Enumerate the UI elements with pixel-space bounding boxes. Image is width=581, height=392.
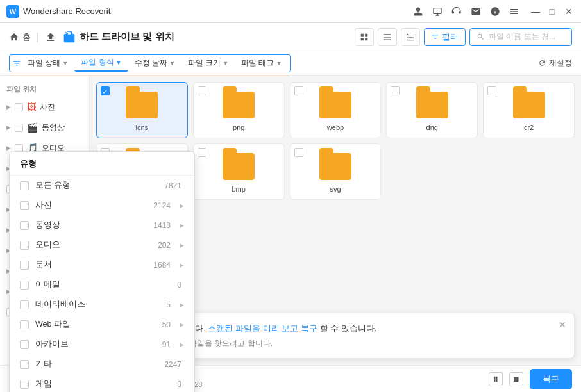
check-email[interactable] <box>20 281 29 290</box>
main-area: 파일 위치 ▶ 🖼 사진 ▶ 🎬 동영상 ▶ 🎵 오디오 ▶ 📄 문서 ✉ <box>0 76 581 365</box>
file-name-dng: dng <box>426 124 438 131</box>
file-item-png[interactable]: png <box>193 82 285 138</box>
filter-reset-button[interactable]: 재설정 <box>538 58 572 69</box>
filter-icon <box>431 33 439 41</box>
app-title: Wondershare Recoverit <box>23 6 110 16</box>
sidebar-item-video[interactable]: ▶ 🎬 동영상 <box>0 117 89 138</box>
monitor-icon[interactable] <box>432 6 442 17</box>
logo-icon: W <box>6 5 19 18</box>
reset-icon <box>538 59 546 67</box>
menu-icon[interactable] <box>509 6 519 17</box>
label-other: 기타 <box>35 359 158 370</box>
dropdown-item-video[interactable]: 동영상 1418 ▶ <box>10 215 194 235</box>
folder-icon-icns <box>126 92 158 118</box>
label-email: 이메일 <box>35 279 171 290</box>
check-doc[interactable] <box>20 261 29 270</box>
file-item-webp[interactable]: webp <box>290 82 382 138</box>
count-audio: 202 <box>158 241 171 250</box>
dropdown-item-web[interactable]: Web 파일 50 ▶ <box>10 314 194 334</box>
dropdown-item-email[interactable]: 이메일 0 <box>10 275 194 295</box>
person-icon[interactable] <box>413 6 423 17</box>
maximize-button[interactable]: □ <box>546 6 558 17</box>
file-item-svg[interactable]: svg <box>290 143 382 200</box>
minimize-button[interactable]: — <box>530 6 541 17</box>
dropdown-item-game[interactable]: 게임 0 <box>10 374 194 392</box>
sidebar-item-photo[interactable]: ▶ 🖼 사진 <box>0 97 89 117</box>
list-view-button[interactable] <box>378 28 397 46</box>
info-icon[interactable] <box>490 6 500 17</box>
folder-icon-webp <box>319 92 351 118</box>
toolbar-left: 홈 | 하드 드라이브 및 위치 <box>9 30 348 44</box>
count-video: 1418 <box>153 221 171 230</box>
file-check-bmp[interactable] <box>198 148 206 157</box>
recover-button[interactable]: 복구 <box>530 369 572 389</box>
home-label: 홈 <box>22 31 31 43</box>
file-item-cr2[interactable]: cr2 <box>483 82 575 138</box>
check-other[interactable] <box>20 360 29 369</box>
count-web: 50 <box>162 320 171 329</box>
file-check-cr2[interactable] <box>487 86 496 95</box>
drive-title: 하드 드라이브 및 위치 <box>80 31 174 43</box>
toolbar-right: 필터 파일 이름 또는 경... <box>355 28 572 46</box>
filter-label: 필터 <box>442 31 459 43</box>
check-photo[interactable] <box>20 201 29 210</box>
folder-icon-dng <box>416 92 448 118</box>
file-check-svg[interactable] <box>294 148 303 157</box>
dropdown-item-doc[interactable]: 문서 1684 ▶ <box>10 255 194 275</box>
label-web: Web 파일 <box>35 319 156 330</box>
filter-button[interactable]: 필터 <box>424 28 466 46</box>
filter-tag[interactable]: 파일 태그 ▼ <box>235 55 288 72</box>
detail-view-button[interactable] <box>401 28 420 46</box>
check-audio[interactable] <box>20 241 29 250</box>
toast-close-button[interactable]: ✕ <box>559 320 566 330</box>
search-box[interactable]: 파일 이름 또는 경... <box>469 28 572 46</box>
sidebar-check-video[interactable] <box>15 124 23 132</box>
folder-icon-png <box>223 92 255 118</box>
filter-bar-icon <box>12 59 21 68</box>
grid-view-button[interactable] <box>355 28 374 46</box>
file-name-bmp: bmp <box>232 185 245 193</box>
folder-icon-bmp <box>223 153 255 180</box>
dropdown-item-database[interactable]: 데이터베이스 5 ▶ <box>10 295 194 314</box>
dropdown-item-other[interactable]: 기타 2247 <box>10 354 194 374</box>
file-item-bmp[interactable]: bmp <box>193 143 285 200</box>
filter-date[interactable]: 수정 날짜 ▼ <box>128 55 181 72</box>
filter-type[interactable]: 파일 형식 ▼ <box>74 55 128 72</box>
drive-icon <box>63 31 76 44</box>
filter-state[interactable]: 파일 상태 ▼ <box>21 55 74 72</box>
app-logo: W Wondershare Recoverit <box>6 5 413 18</box>
filter-size[interactable]: 파일 크기 ▼ <box>181 55 235 72</box>
stop-button[interactable]: ⏹ <box>509 372 523 386</box>
dropdown-item-photo[interactable]: 사진 2124 ▶ <box>10 195 194 215</box>
label-archive: 아카이브 <box>35 339 156 350</box>
count-game: 0 <box>177 380 181 389</box>
check-game[interactable] <box>20 380 29 389</box>
check-archive[interactable] <box>20 340 29 349</box>
file-item-dng[interactable]: dng <box>386 82 478 138</box>
dropdown-item-audio[interactable]: 오디오 202 ▶ <box>10 235 194 255</box>
file-name-svg: svg <box>330 185 341 193</box>
pause-button[interactable]: ⏸ <box>489 372 503 386</box>
title-bar: W Wondershare Recoverit — □ ✕ <box>0 0 581 23</box>
filter-reset-label: 재설정 <box>549 58 572 69</box>
close-button[interactable]: ✕ <box>563 6 575 17</box>
file-check-webp[interactable] <box>294 86 303 95</box>
file-check-dng[interactable] <box>391 86 400 95</box>
mail-icon[interactable] <box>471 6 481 17</box>
sidebar-check-photo[interactable] <box>15 103 23 111</box>
check-video[interactable] <box>20 221 29 230</box>
file-check-icns[interactable] <box>101 86 110 95</box>
headset-icon[interactable] <box>451 6 462 17</box>
file-item-icns[interactable]: icns <box>96 82 188 138</box>
check-all[interactable] <box>20 181 29 190</box>
toast-link[interactable]: 스캔된 파일을 미리 보고 복구 <box>208 323 317 333</box>
file-check-png[interactable] <box>198 86 206 95</box>
home-button[interactable]: 홈 <box>9 31 31 43</box>
check-database[interactable] <box>20 300 29 309</box>
label-doc: 문서 <box>35 259 147 270</box>
count-email: 0 <box>177 281 181 290</box>
dropdown-item-archive[interactable]: 아카이브 91 ▶ <box>10 334 194 354</box>
dropdown-menu: 유형 모든 유형 7821 사진 2124 ▶ 동영상 1418 ▶ 오디오 2… <box>9 151 195 392</box>
check-web[interactable] <box>20 320 29 329</box>
dropdown-item-all[interactable]: 모든 유형 7821 <box>10 176 194 195</box>
